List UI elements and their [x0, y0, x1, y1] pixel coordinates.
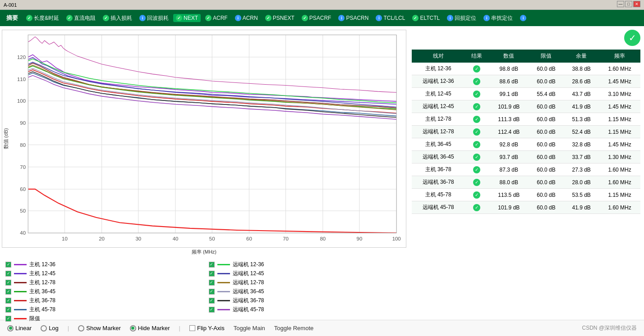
- nav-item-summary[interactable]: 摘要: [3, 13, 22, 23]
- chart-container[interactable]: 120 110 100 90 80 70 60 50 40 10 20 30 4…: [2, 30, 406, 248]
- cell-freq: 1.15 MHz: [599, 189, 640, 201]
- info-icon: i: [376, 15, 382, 21]
- cell-value: 92.8 dB: [489, 138, 529, 151]
- hide-marker-radio[interactable]: Hide Marker: [130, 325, 170, 331]
- toggle-remote-button[interactable]: Toggle Remote: [274, 325, 313, 331]
- legend-checkbox[interactable]: [5, 307, 11, 313]
- col-header-limit: 限值: [529, 50, 564, 63]
- cell-limit: 60.0 dB: [529, 75, 564, 88]
- nav-item-psnext[interactable]: ✓ PSNEXT: [262, 14, 297, 22]
- list-item: 主机 36-78: [5, 297, 200, 304]
- cell-result: ✓: [465, 88, 489, 100]
- pass-icon: ✓: [473, 166, 480, 173]
- list-item: 主机 12-78: [5, 279, 200, 286]
- list-item: 主机 36-45: [5, 288, 200, 295]
- window-controls[interactable]: — □ ✕: [617, 1, 640, 7]
- svg-text:20: 20: [99, 236, 105, 241]
- list-item: 远端机 12-36: [209, 261, 403, 268]
- nav-item-acrn[interactable]: i ACRN: [232, 14, 261, 22]
- flip-y-label: Flip Y-Axis: [197, 325, 225, 331]
- svg-text:30: 30: [135, 236, 141, 241]
- cell-margin: 28.6 dB: [564, 75, 599, 88]
- nav-item-acrf[interactable]: ✓ ACRF: [202, 14, 230, 22]
- check-icon: ✓: [205, 15, 212, 21]
- nav-item-length[interactable]: ✓ 长度&时延: [23, 14, 62, 23]
- legend-checkbox[interactable]: [209, 262, 215, 268]
- legend-checkbox[interactable]: [5, 289, 11, 295]
- legend-line-color: [14, 318, 27, 319]
- check-icon: ✓: [103, 15, 109, 21]
- cell-freq: 3.10 MHz: [599, 88, 640, 100]
- minimize-button[interactable]: —: [617, 1, 624, 7]
- legend-checkbox[interactable]: [5, 280, 11, 286]
- legend-checkbox[interactable]: [209, 298, 215, 304]
- legend-line-color: [14, 264, 27, 265]
- table-row: 主机 36-45 ✓ 92.8 dB 60.0 dB 32.8 dB 1.45 …: [412, 138, 640, 151]
- toggle-main-button[interactable]: Toggle Main: [234, 325, 265, 331]
- maximize-button[interactable]: □: [625, 1, 632, 7]
- nav-item-more[interactable]: i: [517, 14, 529, 22]
- log-radio[interactable]: Log: [41, 325, 59, 331]
- nav-item-next[interactable]: ✓ NEXT: [173, 14, 201, 22]
- table-row: 远端机 36-45 ✓ 93.7 dB 60.0 dB 33.7 dB 1.30…: [412, 151, 640, 163]
- svg-text:70: 70: [283, 236, 289, 241]
- cell-value: 112.4 dB: [489, 126, 529, 138]
- table-row: 主机 36-78 ✓ 87.3 dB 60.0 dB 27.3 dB 1.60 …: [412, 163, 640, 176]
- table-row: 远端机 12-45 ✓ 101.9 dB 60.0 dB 41.9 dB 1.4…: [412, 100, 640, 113]
- nav-item-psacrf[interactable]: ✓ PSACRF: [299, 14, 334, 22]
- flip-y-checkbox[interactable]: [189, 325, 195, 331]
- legend-line-color: [14, 291, 27, 292]
- info-icon: i: [447, 15, 453, 21]
- legend-checkbox[interactable]: [209, 307, 215, 313]
- legend-line-color: [217, 309, 230, 310]
- legend-checkbox[interactable]: [209, 280, 215, 286]
- nav-item-insertion-loss[interactable]: ✓ 插入损耗: [100, 14, 135, 23]
- cell-result: ✓: [465, 113, 489, 126]
- cell-value: 113.5 dB: [489, 189, 529, 201]
- cell-result: ✓: [465, 151, 489, 163]
- show-marker-radio[interactable]: Show Marker: [78, 325, 121, 331]
- cell-result: ✓: [465, 201, 489, 214]
- list-item: 远端机 12-78: [209, 279, 403, 286]
- nav-item-crosstalk-location[interactable]: i 串扰定位: [481, 14, 515, 23]
- nav-item-psacrn[interactable]: i PSACRN: [336, 14, 371, 22]
- cell-pair: 主机 12-78: [412, 113, 465, 126]
- legend-line-color: [217, 273, 230, 274]
- x-axis-label: 频率 (MHz): [2, 248, 406, 257]
- nav-item-return-location[interactable]: i 回损定位: [444, 14, 479, 23]
- legend-checkbox[interactable]: [5, 262, 11, 268]
- main-content: 120 110 100 90 80 70 60 50 40 10 20 30 4…: [0, 26, 644, 320]
- cell-value: 99.1 dB: [489, 88, 529, 100]
- flip-y-option[interactable]: Flip Y-Axis: [189, 325, 225, 331]
- legend-checkbox[interactable]: [209, 289, 215, 295]
- list-item: 远端机 36-78: [209, 297, 403, 304]
- cell-limit: 60.0 dB: [529, 163, 564, 176]
- svg-text:50: 50: [209, 236, 215, 241]
- legend-line-color: [217, 300, 230, 301]
- legend-checkbox[interactable]: [209, 271, 215, 277]
- svg-text:100: 100: [392, 236, 401, 241]
- cell-pair: 主机 36-45: [412, 138, 465, 151]
- list-item: 主机 12-36: [5, 261, 200, 268]
- table-row: 主机 45-78 ✓ 113.5 dB 60.0 dB 53.5 dB 1.15…: [412, 189, 640, 201]
- table-row: 远端机 12-36 ✓ 88.6 dB 60.0 dB 28.6 dB 1.45…: [412, 75, 640, 88]
- svg-text:90: 90: [357, 236, 363, 241]
- col-header-freq: 频率: [599, 50, 640, 63]
- close-button[interactable]: ✕: [633, 1, 640, 7]
- nav-item-dc-resistance[interactable]: ✓ 直流电阻: [64, 14, 98, 23]
- legend-checkbox[interactable]: [5, 271, 11, 277]
- legend-checkbox[interactable]: [5, 298, 11, 304]
- table-row: 主机 12-36 ✓ 98.8 dB 60.0 dB 38.8 dB 1.60 …: [412, 63, 640, 75]
- legend-checkbox[interactable]: [5, 316, 11, 322]
- nav-item-return-loss[interactable]: i 回波损耗: [137, 14, 171, 23]
- cell-value: 88.0 dB: [489, 176, 529, 189]
- svg-text:40: 40: [20, 230, 26, 236]
- pass-icon: ✓: [473, 141, 480, 148]
- list-item: 远端机 36-45: [209, 288, 403, 295]
- linear-radio[interactable]: Linear: [7, 325, 32, 331]
- nav-item-tcl-lcl[interactable]: i TCL/LCL: [373, 14, 408, 22]
- nav-item-eltctl[interactable]: ✓ ELTCTL: [409, 14, 442, 22]
- pass-icon: ✓: [473, 116, 480, 123]
- chart-svg: 120 110 100 90 80 70 60 50 40 10 20 30 4…: [2, 30, 406, 247]
- cell-freq: 1.15 MHz: [599, 126, 640, 138]
